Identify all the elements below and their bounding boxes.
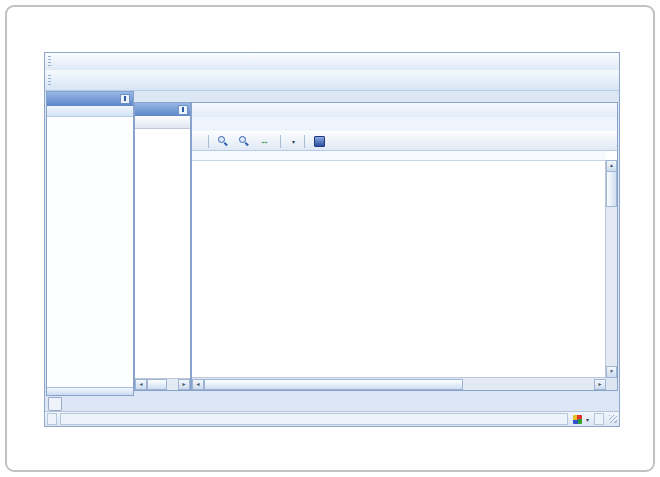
scroll-left-icon[interactable]: ◄ [135, 379, 147, 390]
scroll-thumb[interactable] [606, 171, 617, 207]
scrollbar-corner [606, 378, 617, 390]
fit-button[interactable]: ↔ [257, 134, 274, 148]
nav-item-list [47, 117, 133, 387]
tree-column-header[interactable] [135, 116, 190, 129]
zoom-in-icon [218, 136, 228, 146]
zoom-in-button[interactable] [215, 134, 233, 148]
gantt-grid[interactable] [192, 171, 606, 378]
gantt-vscrollbar[interactable]: ▲ ▼ [605, 160, 617, 378]
menubar-grip[interactable] [48, 56, 51, 67]
detail-tabs [192, 117, 617, 131]
toolbar-grip[interactable] [48, 75, 51, 86]
gantt-content: ↔ ▾ ▲ ▼ ◄ ► [191, 102, 618, 391]
fit-icon: ↔ [260, 136, 269, 146]
session-info [594, 413, 604, 425]
zoom-out-icon [239, 136, 249, 146]
nav-sidebar-header [47, 92, 133, 106]
chevron-down-icon: ▾ [292, 138, 295, 145]
timeline-day-row [192, 160, 606, 171]
scroll-thumb[interactable] [204, 379, 463, 390]
tree-pin-icon[interactable] [178, 105, 188, 115]
tree-hscrollbar[interactable]: ◄ ► [135, 378, 190, 390]
project-folder-panel: ◄ ► [134, 102, 191, 391]
locate-button[interactable] [311, 134, 330, 148]
menu-bar [45, 53, 619, 71]
pin-icon[interactable] [120, 94, 130, 104]
locate-icon [314, 136, 325, 147]
scroll-down-icon[interactable]: ▼ [606, 366, 617, 378]
tree-panel-header [135, 103, 190, 116]
status-bar: ▾ [45, 411, 619, 426]
filter-bar [192, 103, 617, 117]
ready-status [60, 413, 568, 425]
nav-sidebar [46, 91, 134, 396]
gantt-hscrollbar[interactable]: ◄ ► [192, 377, 606, 390]
ui-style-icon [573, 415, 582, 424]
chevron-down-icon: ▾ [586, 416, 589, 423]
scroll-thumb[interactable] [147, 379, 167, 390]
ui-style-button[interactable]: ▾ [571, 415, 591, 424]
gantt-toolbar: ↔ ▾ [192, 131, 617, 151]
scroll-right-icon[interactable]: ► [594, 379, 606, 390]
nav-collapse-arrow[interactable] [47, 106, 133, 117]
project-tree [135, 129, 190, 378]
zoom-out-button[interactable] [236, 134, 254, 148]
main-toolbar [45, 70, 619, 91]
scroll-left-icon[interactable]: ◄ [192, 379, 204, 390]
nav-collapsed-panel[interactable] [47, 387, 133, 395]
company-label [47, 413, 57, 425]
document-tabs [134, 89, 618, 102]
resize-grip[interactable] [609, 415, 617, 423]
time-scale-button[interactable]: ▾ [287, 134, 298, 148]
message-mgmt-tab[interactable] [48, 397, 62, 411]
gantt-chart-area: ▲ ▼ ◄ ► [192, 151, 617, 390]
app-window: ◄ ► ↔ ▾ ▲ ▼ [44, 52, 620, 427]
scroll-right-icon[interactable]: ► [178, 379, 190, 390]
toolbar-overflow-button[interactable] [196, 134, 202, 148]
